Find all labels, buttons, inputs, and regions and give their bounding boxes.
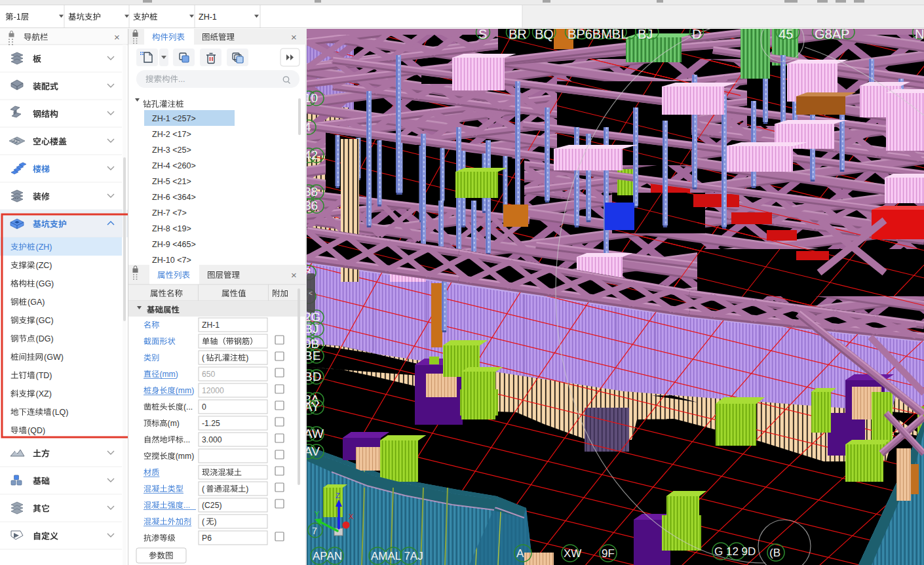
- svg-text:BD: BD: [304, 370, 321, 383]
- svg-text:N: N: [915, 27, 924, 41]
- svg-text:APAN: APAN: [313, 550, 342, 562]
- svg-text:): ): [246, 353, 248, 362]
- svg-text:AW: AW: [304, 427, 324, 440]
- svg-text:×: ×: [291, 269, 297, 281]
- svg-text:ZH-9 <465>: ZH-9 <465>: [152, 240, 196, 249]
- svg-text:(: (: [202, 484, 204, 494]
- svg-text:AMAL 7AJ: AMAL 7AJ: [371, 550, 423, 562]
- svg-text:(GA): (GA): [28, 298, 45, 307]
- svg-text:×: ×: [114, 31, 120, 43]
- svg-text:ZH-8 <19>: ZH-8 <19>: [152, 224, 191, 233]
- svg-text:ZH-1: ZH-1: [199, 12, 217, 22]
- svg-text:(LQ): (LQ): [52, 408, 69, 417]
- svg-text:(TD): (TD): [36, 371, 52, 380]
- svg-text:A: A: [516, 547, 524, 560]
- svg-text:ZH-1: ZH-1: [202, 321, 220, 330]
- svg-text:650: 650: [202, 370, 216, 379]
- svg-text:(GW): (GW): [44, 353, 64, 362]
- svg-text:7: 7: [312, 526, 317, 536]
- svg-text:45: 45: [779, 27, 793, 41]
- svg-text:D: D: [692, 27, 701, 41]
- svg-text:3.000: 3.000: [202, 435, 222, 444]
- svg-text:9F: 9F: [602, 547, 615, 560]
- svg-text:Z: Z: [336, 492, 340, 499]
- svg-text:...: ...: [183, 501, 190, 510]
- svg-text:(C25): (C25): [202, 501, 221, 510]
- svg-text:G8AP: G8AP: [815, 27, 849, 41]
- svg-text:ZH-5 <21>: ZH-5 <21>: [152, 177, 191, 186]
- svg-text:): ): [246, 484, 248, 494]
- svg-text:ZH-4 <260>: ZH-4 <260>: [152, 161, 196, 170]
- svg-text:-1.25: -1.25: [202, 419, 220, 428]
- svg-text:(: (: [202, 353, 204, 362]
- svg-text:(GC): (GC): [36, 316, 54, 325]
- svg-text:<: <: [309, 290, 313, 297]
- svg-text:ZH-6 <364>: ZH-6 <364>: [152, 193, 196, 202]
- svg-text:P6: P6: [202, 534, 212, 543]
- svg-text:(B: (B: [769, 547, 780, 559]
- svg-text:(DG): (DG): [36, 334, 54, 343]
- svg-text:X: X: [349, 513, 354, 520]
- svg-text:0: 0: [202, 402, 206, 412]
- svg-text:): ): [214, 517, 217, 526]
- svg-text:(QD): (QD): [28, 426, 45, 435]
- svg-text:...: ...: [183, 435, 190, 444]
- svg-text:ZH-2 <17>: ZH-2 <17>: [152, 130, 191, 139]
- svg-text:(ZH): (ZH): [36, 243, 52, 252]
- svg-text:Y: Y: [315, 510, 320, 518]
- svg-text:G 12 9D: G 12 9D: [714, 545, 756, 558]
- svg-text:S: S: [478, 27, 487, 41]
- svg-text:(XZ): (XZ): [36, 389, 52, 399]
- svg-text:ZH-7 <7>: ZH-7 <7>: [152, 208, 187, 218]
- svg-text:ZH-3 <25>: ZH-3 <25>: [152, 146, 191, 155]
- svg-text:(mm): (mm): [176, 386, 194, 395]
- svg-text:BQ: BQ: [535, 27, 554, 41]
- svg-text:ZH-10 <7>: ZH-10 <7>: [152, 256, 191, 265]
- svg-text:12000: 12000: [202, 386, 224, 395]
- svg-text:BR: BR: [509, 27, 527, 41]
- svg-text:AY: AY: [304, 400, 320, 414]
- svg-text:(mm): (mm): [159, 370, 178, 379]
- svg-text:(m): (m): [168, 419, 180, 428]
- svg-text:BP6BMBL: BP6BMBL: [568, 27, 628, 41]
- svg-text:XW: XW: [564, 547, 581, 560]
- svg-text:AV: AV: [304, 444, 320, 458]
- svg-text:BJ: BJ: [638, 27, 653, 41]
- svg-text:(GG): (GG): [36, 279, 54, 288]
- svg-text:(...: (...: [183, 402, 193, 412]
- svg-text:×: ×: [291, 31, 297, 43]
- svg-text:(ZC): (ZC): [36, 261, 52, 270]
- svg-text:...: ...: [178, 75, 185, 84]
- svg-text:(: (: [202, 517, 204, 526]
- svg-text:ZH-1 <257>: ZH-1 <257>: [152, 114, 196, 123]
- svg-text:BE: BE: [304, 349, 320, 362]
- svg-text:(mm): (mm): [176, 452, 194, 461]
